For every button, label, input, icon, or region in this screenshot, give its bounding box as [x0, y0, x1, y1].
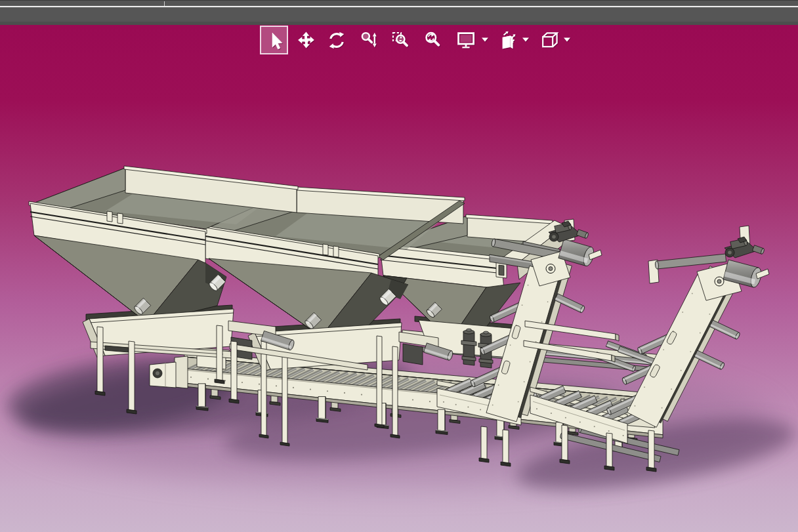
full-screen-dropdown[interactable] — [480, 34, 490, 45]
chevron-down-icon — [480, 35, 490, 44]
zoom-button[interactable] — [354, 26, 383, 54]
zoom-area-button[interactable] — [386, 26, 414, 54]
titlebar-row — [0, 0, 798, 6]
view-orientation-button[interactable] — [492, 26, 520, 54]
zoom-in-out-icon — [360, 31, 378, 49]
rotate-arrows-icon — [327, 31, 346, 49]
zoom-fit-button[interactable] — [418, 26, 446, 54]
pan-button[interactable] — [291, 26, 320, 54]
menubar-row — [0, 7, 798, 22]
chevron-down-icon — [562, 35, 572, 44]
cursor-arrow-icon — [265, 31, 284, 49]
monitor-icon — [457, 31, 475, 49]
select-button[interactable] — [260, 26, 288, 54]
zoom-fit-icon — [423, 31, 442, 49]
window-titlebar — [0, 0, 798, 25]
chevron-down-icon — [521, 35, 530, 44]
rotate-button[interactable] — [322, 26, 350, 54]
standard-views-dropdown[interactable] — [562, 34, 572, 45]
pan-arrows-icon — [297, 31, 315, 49]
cube-icon — [540, 31, 558, 49]
toolbar-edge — [0, 22, 798, 25]
application-window — [0, 0, 798, 532]
standard-views-button[interactable] — [535, 26, 563, 54]
3d-model-viewport[interactable] — [0, 0, 798, 532]
full-screen-button[interactable] — [452, 26, 480, 54]
view-orientation-dropdown[interactable] — [520, 34, 531, 45]
box-arrows-icon — [497, 31, 516, 49]
zoom-area-icon — [391, 31, 410, 49]
